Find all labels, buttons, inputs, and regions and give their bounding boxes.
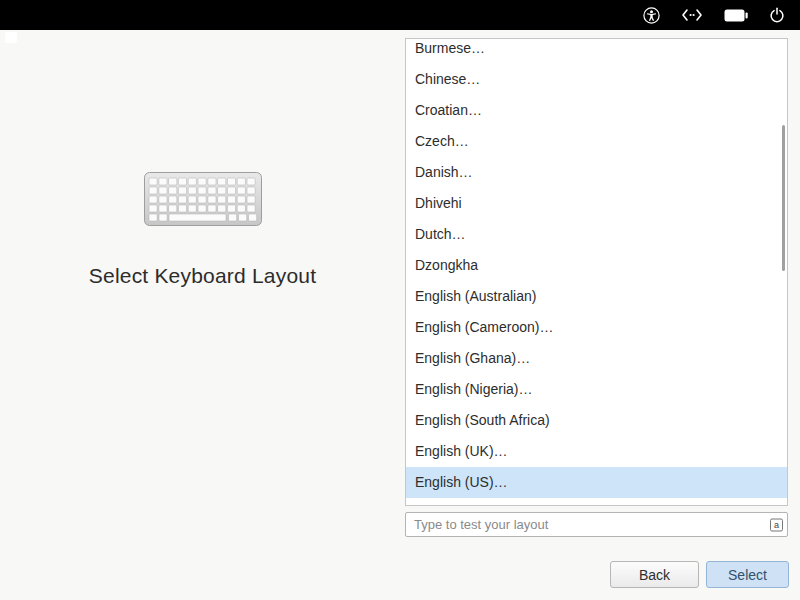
layout-list-item[interactable]: English (Nigeria)… (406, 374, 787, 405)
test-entry-wrap: a (405, 512, 788, 537)
layout-list-rows: Burmese…Chinese…Croatian…Czech…Danish…Dh… (406, 38, 787, 498)
layout-list-item[interactable]: English (Australian) (406, 281, 787, 312)
layout-test-input[interactable] (405, 512, 788, 537)
layout-list-item[interactable]: English (US)… (406, 467, 787, 498)
keyboard-layout-screen: Select Keyboard Layout Burmese…Chinese…C… (0, 0, 800, 600)
back-button[interactable]: Back (610, 561, 699, 588)
keyboard-preview-icon[interactable]: a (770, 518, 783, 531)
network-icon[interactable] (681, 8, 703, 22)
layout-list-item[interactable]: English (South Africa) (406, 405, 787, 436)
layout-list-item[interactable]: Dutch… (406, 219, 787, 250)
keyboard-layout-list: Burmese…Chinese…Croatian…Czech…Danish…Dh… (405, 38, 788, 506)
select-button[interactable]: Select (706, 561, 789, 588)
layout-list-item[interactable]: Burmese… (406, 38, 787, 64)
list-scrollbar[interactable] (782, 125, 785, 271)
layout-list-item[interactable]: Dzongkha (406, 250, 787, 281)
layout-list-item[interactable]: Dhivehi (406, 188, 787, 219)
layout-list-item[interactable]: Croatian… (406, 95, 787, 126)
layout-list-item[interactable]: English (UK)… (406, 436, 787, 467)
page-title: Select Keyboard Layout (89, 264, 316, 288)
layout-list-item[interactable]: Czech… (406, 126, 787, 157)
layout-list-item[interactable]: Chinese… (406, 64, 787, 95)
keyboard-icon (144, 172, 262, 230)
left-pane: Select Keyboard Layout (0, 30, 405, 600)
accessibility-icon[interactable] (643, 7, 660, 24)
layout-list-item[interactable]: Danish… (406, 157, 787, 188)
top-bar (0, 0, 800, 30)
layout-list-item[interactable]: English (Cameroon)… (406, 312, 787, 343)
power-icon[interactable] (769, 7, 785, 23)
battery-icon[interactable] (724, 9, 748, 22)
right-pane: Burmese…Chinese…Croatian…Czech…Danish…Dh… (405, 30, 800, 600)
action-bar: Back Select (610, 561, 789, 588)
layout-list-item[interactable]: English (Ghana)… (406, 343, 787, 374)
